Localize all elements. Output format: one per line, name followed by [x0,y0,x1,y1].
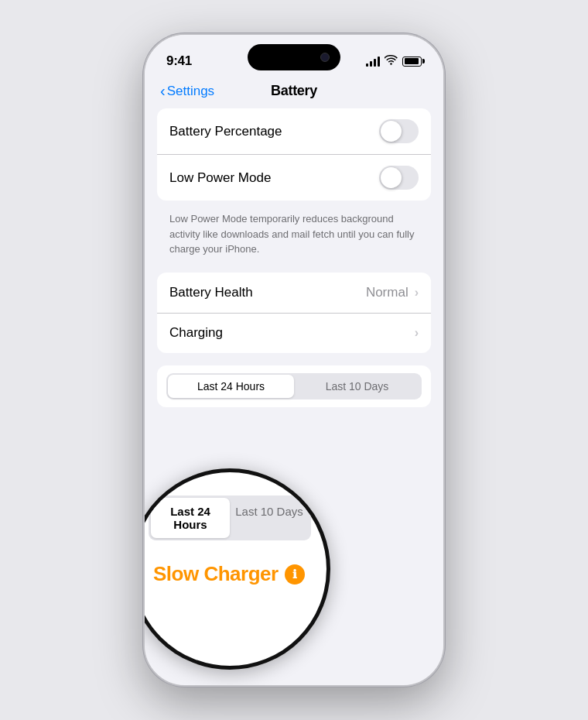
magnifier-content: Last 24 Hours Last 10 Days Slow Charger … [145,472,326,594]
signal-bar-3 [374,59,376,67]
battery-status-icon [402,57,422,67]
magnified-segment-control[interactable]: Last 24 Hours Last 10 Days [149,495,311,540]
signal-bar-1 [366,63,368,67]
low-power-mode-toggle[interactable] [379,166,419,190]
charging-row[interactable]: Charging › [157,313,431,353]
dynamic-island [248,44,340,70]
back-button[interactable]: ‹ Settings [160,84,214,99]
magnified-segment-24h[interactable]: Last 24 Hours [151,498,230,538]
charging-chevron-icon: › [415,326,419,340]
slow-charger-banner: Slow Charger ℹ [149,559,311,586]
wifi-icon [385,55,398,67]
status-icons [366,55,422,67]
slow-charger-info-icon[interactable]: ℹ [285,564,305,585]
page-title: Battery [271,83,317,99]
segment-10d[interactable]: Last 10 Days [294,375,420,398]
signal-bars-icon [366,57,380,67]
charging-right: › [415,326,419,340]
status-time: 9:41 [166,53,192,69]
time-segment-control[interactable]: Last 24 Hours Last 10 Days [166,373,422,399]
magnifier-circle: Last 24 Hours Last 10 Days Slow Charger … [145,468,330,670]
toggle-thumb [381,121,402,142]
low-power-mode-row: Low Power Mode [157,154,431,201]
signal-bar-4 [378,57,380,67]
segment-section: Last 24 Hours Last 10 Days [157,365,431,407]
back-label: Settings [167,84,214,99]
low-power-mode-label: Low Power Mode [169,170,271,186]
battery-percentage-row: Battery Percentage [157,108,431,154]
segment-row: Last 24 Hours Last 10 Days [157,365,431,407]
slow-charger-text: Slow Charger [153,562,279,586]
phone-frame: 9:41 [143,33,445,687]
battery-health-right: Normal › [366,285,419,300]
battery-percentage-label: Battery Percentage [169,124,282,139]
signal-bar-2 [370,61,372,67]
battery-health-row[interactable]: Battery Health Normal › [157,273,431,313]
battery-health-label: Battery Health [169,285,253,300]
front-camera-icon [320,53,330,62]
nav-bar: ‹ Settings Battery [145,77,443,108]
toggles-section: Battery Percentage Low Power Mode [157,108,431,201]
health-section: Battery Health Normal › Charging › [157,273,431,353]
battery-percentage-toggle[interactable] [379,119,419,143]
screen: 9:41 [145,35,443,685]
back-chevron-icon: ‹ [160,83,166,98]
phone-wrapper: 9:41 [143,33,445,687]
segment-24h[interactable]: Last 24 Hours [168,375,294,398]
magnified-segment-10d[interactable]: Last 10 Days [230,498,309,538]
main-content: Battery Percentage Low Power Mode Low Po… [145,108,443,407]
battery-health-chevron-icon: › [415,286,419,300]
charging-label: Charging [169,325,223,341]
low-power-description: Low Power Mode temporarily reduces backg… [157,207,431,266]
battery-health-value: Normal [366,285,409,300]
toggle-thumb-2 [381,167,402,188]
info-icon-label: ℹ [292,567,297,581]
